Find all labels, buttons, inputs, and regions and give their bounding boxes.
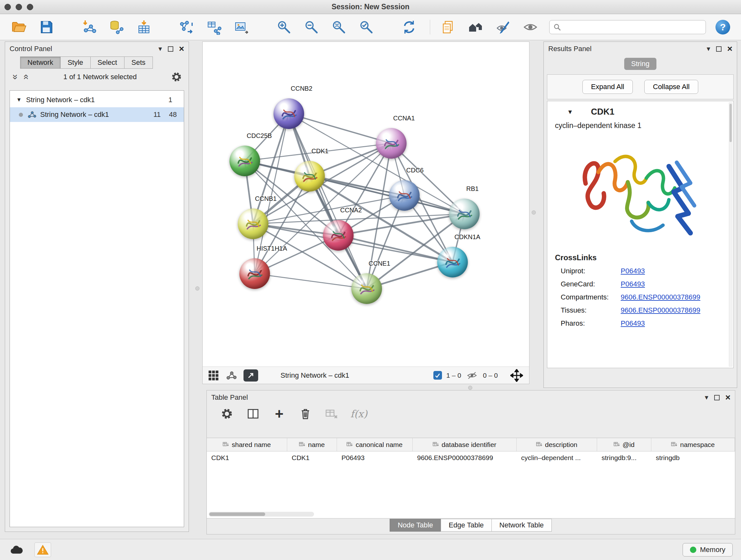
network-edge-CCNB1-CCNB2[interactable] [253, 114, 289, 224]
crosslink-link[interactable]: 9606.ENSP00000378699 [621, 306, 700, 314]
network-edge-CCNB2-CCNE1[interactable] [289, 114, 367, 289]
window-close-button[interactable] [4, 4, 11, 10]
show-details-icon[interactable] [522, 18, 539, 36]
tab-style[interactable]: Style [60, 57, 91, 69]
refresh-layout-icon[interactable] [401, 18, 418, 36]
network-options-gear-icon[interactable] [171, 71, 182, 83]
tab-string[interactable]: String [624, 58, 657, 70]
open-in-new-icon[interactable] [244, 369, 258, 381]
column-header-shared-name[interactable]: shared name [207, 438, 287, 451]
float-panel-icon[interactable] [714, 395, 720, 400]
column-header-namespace[interactable]: namespace [651, 438, 735, 451]
column-header-description[interactable]: description [517, 438, 597, 451]
zoom-fit-icon[interactable] [330, 18, 347, 36]
zoom-out-icon[interactable] [303, 18, 320, 36]
tab-select[interactable]: Select [90, 57, 125, 69]
warning-icon[interactable] [35, 543, 51, 557]
network-node-CCNE1[interactable] [351, 273, 382, 304]
column-header-database-identifier[interactable]: database identifier [413, 438, 517, 451]
window-zoom-button[interactable] [27, 4, 33, 10]
horizontal-splitter-handle[interactable] [468, 386, 472, 390]
help-icon[interactable]: ? [716, 20, 730, 35]
table-options-gear-icon[interactable] [219, 407, 234, 421]
delete-column-icon[interactable] [298, 407, 313, 421]
network-node-CDK1[interactable] [294, 161, 325, 192]
close-panel-icon[interactable]: × [725, 394, 731, 401]
network-node-CDKN1A[interactable] [437, 247, 468, 277]
show-columns-icon[interactable] [246, 407, 260, 421]
float-panel-icon[interactable] [716, 46, 722, 52]
tree-expand-icon[interactable]: ▼ [16, 97, 22, 103]
column-header--id[interactable]: @id [597, 438, 651, 451]
crosslink-link[interactable]: P06493 [621, 319, 645, 327]
hidden-eye-icon[interactable] [466, 368, 478, 383]
import-network-file-icon[interactable] [80, 18, 98, 36]
column-header-name[interactable]: name [287, 438, 337, 451]
network-edge-CCNA1-HIST1H1A[interactable] [255, 143, 391, 273]
network-collection-row[interactable]: ▼ String Network – cdk1 1 [10, 92, 184, 107]
table-cell[interactable]: P06493 [337, 451, 413, 465]
network-node-CDC25B[interactable] [229, 145, 260, 176]
network-from-selection-icon[interactable] [178, 18, 195, 36]
network-node-RB1[interactable] [449, 199, 480, 229]
table-cell[interactable]: stringdb [651, 451, 692, 465]
save-session-icon[interactable] [38, 18, 55, 36]
table-row[interactable]: CDK1CDK1P064939606.ENSP00000378699cyclin… [207, 451, 735, 465]
panel-menu-icon[interactable]: ▾ [158, 45, 162, 53]
table-cell[interactable]: CDK1 [207, 451, 287, 465]
network-edge-CCNE1-HIST1H1A[interactable] [255, 273, 367, 289]
move-crosshair-icon[interactable] [509, 368, 524, 383]
expand-all-button[interactable]: Expand All [583, 80, 633, 94]
network-node-HIST1H1A[interactable] [239, 258, 270, 289]
network-node-CCNB2[interactable] [273, 98, 304, 129]
memory-button[interactable]: Memory [683, 543, 733, 557]
import-table-file-icon[interactable] [135, 18, 152, 36]
network-tree-item[interactable]: String Network – cdk1 11 48 [10, 107, 184, 122]
right-splitter-handle[interactable] [532, 210, 536, 214]
table-horizontal-scrollbar[interactable] [209, 512, 314, 516]
collapse-all-networks-icon[interactable]: » [10, 73, 21, 81]
expand-all-networks-icon[interactable]: » [20, 73, 30, 81]
network-overview-icon[interactable] [226, 368, 237, 383]
zoom-in-icon[interactable] [275, 18, 293, 36]
collapse-all-button[interactable]: Collapse All [644, 80, 698, 94]
open-session-icon[interactable] [10, 18, 27, 36]
export-image-icon[interactable] [232, 18, 250, 36]
network-edge-CCNB2-CCNA1[interactable] [289, 114, 391, 143]
network-node-CCNA1[interactable] [376, 128, 407, 159]
panel-menu-icon[interactable]: ▾ [707, 45, 711, 53]
search-input[interactable] [564, 23, 702, 31]
tab-sets[interactable]: Sets [124, 57, 153, 69]
close-panel-icon[interactable]: × [727, 46, 732, 52]
results-scrollbar[interactable] [729, 103, 732, 367]
column-header-canonical-name[interactable]: canonical name [337, 438, 413, 451]
left-splitter-handle[interactable] [195, 287, 199, 291]
close-panel-icon[interactable]: × [179, 46, 184, 52]
crosslink-link[interactable]: 9606.ENSP00000378699 [621, 293, 700, 301]
selected-checkbox-icon[interactable] [433, 371, 442, 380]
panel-menu-icon[interactable]: ▾ [705, 393, 709, 401]
network-table-icon[interactable] [205, 18, 222, 36]
crosslink-link[interactable]: P06493 [621, 280, 645, 288]
window-minimize-button[interactable] [16, 4, 22, 10]
function-builder-icon[interactable]: f(x) [350, 408, 367, 420]
network-canvas[interactable]: CCNB2CCNA1CDC25BCDK1CDC6RB1CCNB1CCNA2CDK… [203, 42, 529, 367]
add-column-icon[interactable]: + [272, 407, 286, 421]
table-cell[interactable]: 9606.ENSP00000378699 [413, 451, 517, 465]
collapse-section-icon[interactable]: ▼ [567, 109, 573, 116]
import-network-database-icon[interactable] [108, 18, 125, 36]
network-node-CCNA2[interactable] [323, 220, 354, 251]
table-cell[interactable]: stringdb:9... [597, 451, 651, 465]
search-field[interactable] [549, 20, 706, 34]
crosslink-link[interactable]: P06493 [621, 267, 645, 275]
grid-view-icon[interactable] [208, 368, 219, 383]
tab-network-table[interactable]: Network Table [491, 519, 552, 532]
zoom-selected-icon[interactable] [358, 18, 375, 36]
table-cell[interactable]: cyclin–dependent ... [517, 451, 597, 465]
copy-icon[interactable] [440, 18, 457, 36]
home-icon[interactable] [467, 18, 484, 36]
table-cell[interactable]: CDK1 [287, 451, 337, 465]
tab-node-table[interactable]: Node Table [390, 519, 441, 532]
network-node-CCNB1[interactable] [238, 208, 268, 239]
tab-network[interactable]: Network [20, 57, 61, 69]
